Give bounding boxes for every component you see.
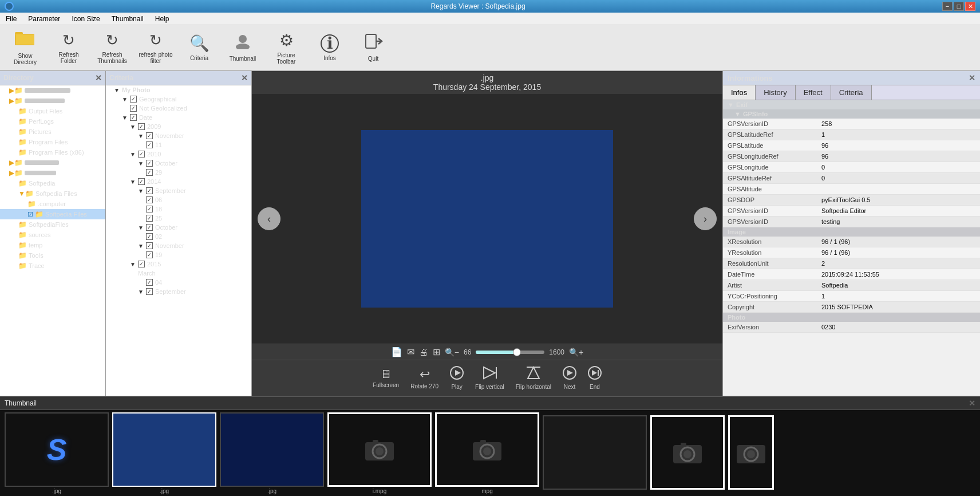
end-button[interactable]: End — [586, 364, 604, 392]
minimize-button[interactable]: − — [942, 2, 953, 11]
tab-criteria[interactable]: Criteria — [831, 85, 872, 100]
list-item[interactable]: ✓ 29 — [106, 168, 251, 177]
list-item[interactable]: ✓ 18 — [106, 204, 251, 214]
criteria-tree[interactable]: ▼ My Photo ▼ ✓ Geographical ✓ Not Geoloc… — [106, 85, 251, 396]
refresh-photo-filter-button[interactable]: ↻ refresh photo filter — [135, 27, 176, 68]
thumbnail-item[interactable]: S .jpg — [5, 412, 109, 494]
refresh-thumbnails-button[interactable]: ↻ Refresh Thumbnails — [92, 27, 133, 68]
thumbnail-strip[interactable]: S .jpg .jpg .jpg i.mpg — [0, 410, 980, 496]
list-item[interactable]: ▼ ✓ November — [106, 241, 251, 250]
list-item[interactable]: ▶📁 — [0, 96, 105, 106]
refresh-folder-button[interactable]: ↻ Refresh Folder — [48, 27, 89, 68]
list-item[interactable]: ✓ 25 — [106, 214, 251, 223]
list-item[interactable]: ▼ ✓ October — [106, 159, 251, 168]
list-item[interactable]: ▼ ✓ 2014 — [106, 177, 251, 186]
list-item[interactable]: ▶📁 — [0, 168, 105, 178]
checkbox-icon[interactable]: ✓ — [130, 105, 137, 112]
list-item[interactable]: ▼📁 Softpedia Files — [0, 188, 105, 199]
directory-tree[interactable]: ▶📁 ▶📁 📁 Output Files 📁 PerfLogs 📁 Pictur… — [0, 85, 105, 396]
checkbox-icon[interactable]: ✓ — [146, 160, 153, 167]
checkbox-icon[interactable]: ✓ — [130, 114, 137, 121]
tab-effect[interactable]: Effect — [796, 85, 831, 100]
list-item[interactable]: ✓ 02 — [106, 232, 251, 241]
close-button[interactable]: ✕ — [965, 2, 975, 11]
checkbox-icon[interactable]: ✓ — [146, 288, 153, 295]
thumbnail-item[interactable] — [650, 415, 725, 491]
tab-infos[interactable]: Infos — [723, 85, 756, 100]
list-item[interactable]: 📁 temp — [0, 240, 105, 250]
list-item[interactable]: ▼ ✓ October — [106, 223, 251, 232]
checkbox-icon[interactable]: ✓ — [146, 233, 153, 240]
zoom-slider-thumb[interactable] — [513, 348, 521, 356]
zoom-in-icon[interactable]: 🔍+ — [569, 348, 583, 357]
list-item[interactable]: ▶📁 — [0, 85, 105, 96]
checkbox-icon[interactable]: ✓ — [146, 215, 153, 222]
menu-icon-size[interactable]: Icon Size — [68, 14, 103, 24]
list-item[interactable]: 📁 Program Files (x86) — [0, 147, 105, 158]
print-icon[interactable]: 🖨 — [419, 347, 428, 357]
directory-close-button[interactable]: ✕ — [95, 73, 102, 82]
list-item[interactable]: ✓ 04 — [106, 278, 251, 287]
list-item[interactable]: 📁 Tools — [0, 250, 105, 261]
list-item[interactable]: ▼ ✓ September — [106, 186, 251, 195]
checkbox-icon[interactable]: ✓ — [146, 206, 153, 212]
list-item[interactable]: ▼ ✓ Geographical — [106, 95, 251, 104]
list-item[interactable]: 📁 sources — [0, 230, 105, 240]
flip-horizontal-button[interactable]: Flip horizontal — [513, 364, 554, 392]
checkbox-icon[interactable]: ✓ — [130, 96, 137, 103]
list-item[interactable]: 📁 Trace — [0, 261, 105, 271]
thumbnail-item[interactable]: mpg — [435, 412, 539, 494]
next-button[interactable]: › — [694, 207, 717, 230]
checkbox-icon[interactable]: ✓ — [146, 141, 153, 148]
play-button[interactable]: Play — [448, 364, 466, 392]
checkbox-icon[interactable]: ✓ — [138, 261, 145, 267]
checkbox-icon[interactable]: ✓ — [146, 132, 153, 139]
list-item[interactable]: 📁 Program Files — [0, 137, 105, 147]
maximize-button[interactable]: □ — [954, 2, 964, 11]
list-item[interactable]: 📁 SoftpediaFiles — [0, 219, 105, 230]
list-item[interactable]: ▼ My Photo — [106, 85, 251, 95]
list-item[interactable]: ✓ 19 — [106, 250, 251, 259]
thumbnail-close-button[interactable]: ✕ — [969, 399, 975, 408]
info-panel-close-button[interactable]: ✕ — [969, 73, 975, 82]
menu-parameter[interactable]: Parameter — [25, 14, 64, 24]
list-item[interactable]: 📁 Pictures — [0, 127, 105, 137]
fullscreen-button[interactable]: 🖥 Fullscreen — [370, 365, 401, 391]
list-item[interactable]: ✓ 06 — [106, 195, 251, 204]
save-icon[interactable]: 📄 — [391, 347, 402, 357]
thumbnail-button[interactable]: Thumbnail — [222, 27, 263, 68]
email-icon[interactable]: ✉ — [407, 347, 414, 357]
list-item[interactable]: March — [106, 269, 251, 278]
list-item[interactable]: 📁 .computer — [0, 199, 105, 209]
checkbox-icon[interactable]: ✓ — [138, 151, 145, 158]
zoom-out-icon[interactable]: 🔍− — [445, 348, 459, 357]
criteria-close-button[interactable]: ✕ — [241, 73, 248, 82]
tab-history[interactable]: History — [756, 85, 795, 100]
list-item[interactable]: 📁 Output Files — [0, 106, 105, 116]
checkbox-icon[interactable]: ✓ — [146, 251, 153, 258]
checkbox-icon[interactable]: ✓ — [138, 123, 145, 130]
thumbnail-item[interactable] — [543, 415, 647, 491]
list-item[interactable]: 📁 Softpedia — [0, 178, 105, 188]
checkbox-icon[interactable]: ✓ — [146, 224, 153, 231]
quit-button[interactable]: Quit — [353, 27, 394, 68]
list-item[interactable]: ▼ ✓ Date — [106, 113, 251, 122]
list-item[interactable]: ▼ ✓ November — [106, 131, 251, 140]
next-control-button[interactable]: Next — [560, 364, 579, 392]
thumbnail-item[interactable]: i.mpg — [327, 412, 432, 494]
show-directory-button[interactable]: Show Directory — [5, 27, 46, 68]
list-item[interactable]: ▼ ✓ September — [106, 287, 251, 296]
list-item[interactable]: 📁 PerfLogs — [0, 116, 105, 127]
checkbox-icon[interactable]: ✓ — [146, 242, 153, 249]
thumbnail-item[interactable]: .jpg — [112, 412, 216, 494]
menu-file[interactable]: File — [2, 14, 20, 24]
checkbox-icon[interactable]: ✓ — [146, 196, 153, 203]
checkbox-icon[interactable]: ✓ — [138, 178, 145, 185]
thumbnail-item[interactable] — [728, 415, 774, 491]
checkbox-icon[interactable]: ✓ — [146, 169, 153, 176]
fit-icon[interactable]: ⊞ — [433, 347, 440, 357]
zoom-slider[interactable] — [476, 351, 544, 354]
list-item[interactable]: ✓ Not Geolocalized — [106, 104, 251, 113]
list-item[interactable]: ☑ 📁 Softpedia Files — [0, 209, 105, 219]
menu-help[interactable]: Help — [152, 14, 173, 24]
